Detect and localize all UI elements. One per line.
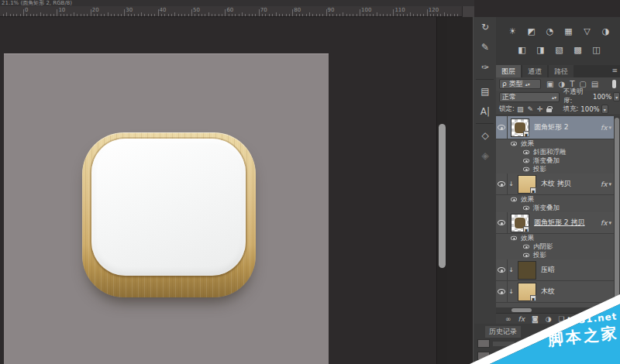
effects-header-row[interactable]: 效果: [496, 234, 614, 242]
link-layers-icon[interactable]: ∞: [505, 315, 512, 323]
dock-icon-actions[interactable]: ↻: [474, 17, 497, 37]
eye-icon[interactable]: [523, 245, 529, 249]
layer-thumbnail[interactable]: [518, 261, 536, 280]
ruler[interactable]: 0102030405060708090100110120130: [0, 6, 474, 17]
effect-row[interactable]: 渐变叠加: [496, 156, 614, 165]
effect-row[interactable]: 内阴影: [496, 242, 614, 251]
dock-icon-3d[interactable]: ◇: [474, 125, 497, 146]
filter-toggle-switch[interactable]: [612, 80, 616, 88]
tab-通道[interactable]: 通道: [522, 65, 547, 77]
visibility-toggle[interactable]: [496, 281, 508, 302]
layer-thumbnail[interactable]: ▪: [511, 214, 529, 232]
ruler-tick: [306, 14, 307, 16]
panel-menu-icon[interactable]: ≡: [611, 67, 618, 74]
canvas-vertical-scrollbar-thumb[interactable]: [439, 124, 446, 268]
layers-horizontal-scrollbar-thumb[interactable]: [512, 308, 532, 312]
filter-smart-objects-icon[interactable]: ▤: [591, 80, 598, 88]
filter-kind-dropdown[interactable]: ρ 类型 ▴▾: [499, 79, 541, 89]
ruler-tick: [454, 14, 455, 16]
lock-all-icon[interactable]: [546, 108, 552, 112]
adjustment-hue-icon[interactable]: ◑: [600, 26, 611, 37]
opacity-dropdown-icon[interactable]: ▾: [613, 92, 620, 101]
dock-icon-timeline-disabled[interactable]: ◈: [474, 146, 497, 166]
adjustment-lookup-icon[interactable]: ◫: [591, 45, 602, 56]
visibility-toggle[interactable]: [496, 212, 508, 233]
layer-thumbnail[interactable]: ▪: [518, 175, 536, 194]
layer-thumbnail[interactable]: ▪: [511, 118, 529, 137]
ruler-tick: [141, 12, 142, 16]
history-item[interactable]: [477, 352, 515, 360]
adjustment-vibrance-icon[interactable]: ▽: [581, 26, 593, 37]
adjustment-brightness-icon[interactable]: ☀: [507, 26, 518, 37]
effect-row[interactable]: 投影: [496, 165, 614, 173]
ruler-tick: [111, 14, 112, 16]
layer-row[interactable]: ↓▪木纹 拷贝fx▾: [496, 173, 614, 195]
lock-position-icon[interactable]: ✛: [537, 105, 543, 113]
adjustment-channelmixer-icon[interactable]: ▩: [572, 45, 584, 56]
effects-header-row[interactable]: 效果: [496, 195, 614, 204]
adjustment-layer-icon[interactable]: ◑: [546, 315, 552, 323]
tab-history[interactable]: 历史记录: [485, 326, 521, 338]
layer-row[interactable]: ▪圆角矩形 2fx▾: [496, 116, 614, 139]
canvas-vertical-scrollbar[interactable]: [436, 17, 447, 364]
adjustment-colorbalance-icon[interactable]: ◧: [516, 45, 528, 56]
effect-row[interactable]: 斜面和浮雕: [496, 148, 614, 156]
layer-mask-icon[interactable]: ◙: [532, 315, 539, 323]
fill-label: 填充:: [563, 105, 578, 114]
eye-icon[interactable]: [523, 150, 529, 155]
blend-mode-dropdown[interactable]: 正常 ▴▾: [499, 92, 560, 102]
ruler-tick: [144, 14, 145, 16]
tab-图层[interactable]: 图层: [496, 65, 521, 77]
eye-icon[interactable]: [523, 167, 529, 172]
history-item[interactable]: [477, 339, 515, 348]
eye-icon[interactable]: [523, 253, 529, 258]
adjustment-curves-icon[interactable]: ◔: [544, 26, 556, 37]
layer-style-icon[interactable]: fx: [518, 315, 525, 323]
ruler-tick: [171, 14, 172, 16]
new-group-icon[interactable]: ❏: [559, 315, 565, 323]
fill-value[interactable]: 100%: [580, 105, 599, 113]
collapse-effects-icon[interactable]: ▾: [608, 125, 611, 131]
ruler-tick: [205, 14, 205, 16]
lock-transparency-icon[interactable]: ▨: [517, 105, 524, 113]
ruler-tick: [57, 9, 57, 16]
layers-scrollbar[interactable]: [614, 116, 620, 307]
effect-row[interactable]: 投影: [496, 251, 614, 259]
eye-icon[interactable]: [511, 142, 517, 146]
tab-路径[interactable]: 路径: [549, 65, 574, 77]
ruler-tick: [64, 14, 64, 16]
eye-icon[interactable]: [511, 236, 517, 241]
collapse-effects-icon[interactable]: ▾: [608, 220, 611, 226]
layer-row[interactable]: ▪圆角矩形 2 拷贝fx▾: [496, 212, 614, 234]
layers-scrollbar-thumb[interactable]: [615, 118, 619, 302]
adjustment-blackwhite-icon[interactable]: ◨: [535, 45, 546, 56]
layer-filter-row: ρ 类型 ▴▾ ▣◑T▢▤: [496, 77, 620, 91]
filter-pixel-layers-icon[interactable]: ▣: [546, 80, 553, 88]
effects-header-row[interactable]: 效果: [496, 139, 614, 148]
canvas[interactable]: [4, 53, 329, 364]
layer-row[interactable]: ↓▪木纹: [496, 281, 614, 303]
ruler-tick: [252, 14, 253, 16]
eye-icon[interactable]: [523, 206, 529, 211]
fill-dropdown-icon[interactable]: ▾: [601, 105, 608, 114]
visibility-toggle[interactable]: [496, 173, 508, 194]
collapse-effects-icon[interactable]: ▾: [608, 181, 611, 187]
dock-icon-clone-source[interactable]: ✑: [474, 57, 497, 77]
layer-row[interactable]: ↓压暗: [496, 259, 614, 281]
eye-icon[interactable]: [523, 159, 529, 163]
lock-pixels-icon[interactable]: ✎: [527, 105, 533, 113]
layers-horizontal-scrollbar[interactable]: [496, 307, 614, 313]
dock-icon-character[interactable]: A|: [474, 101, 497, 122]
eye-icon[interactable]: [511, 197, 517, 202]
effect-row[interactable]: 渐变叠加: [496, 204, 614, 212]
opacity-value[interactable]: 100%: [593, 93, 611, 101]
adjustment-levels-icon[interactable]: ◩: [525, 26, 537, 37]
adjustment-photofilter-icon[interactable]: ▧: [553, 45, 565, 56]
visibility-toggle[interactable]: [496, 259, 508, 280]
dock-icon-brush-presets[interactable]: ✎: [474, 37, 497, 57]
adjustment-exposure-icon[interactable]: ▦: [563, 26, 574, 37]
ruler-options-button[interactable]: [462, 6, 474, 17]
visibility-toggle[interactable]: [496, 116, 508, 139]
dock-icon-info[interactable]: ▤: [474, 81, 497, 101]
layer-thumbnail[interactable]: ▪: [518, 283, 536, 301]
